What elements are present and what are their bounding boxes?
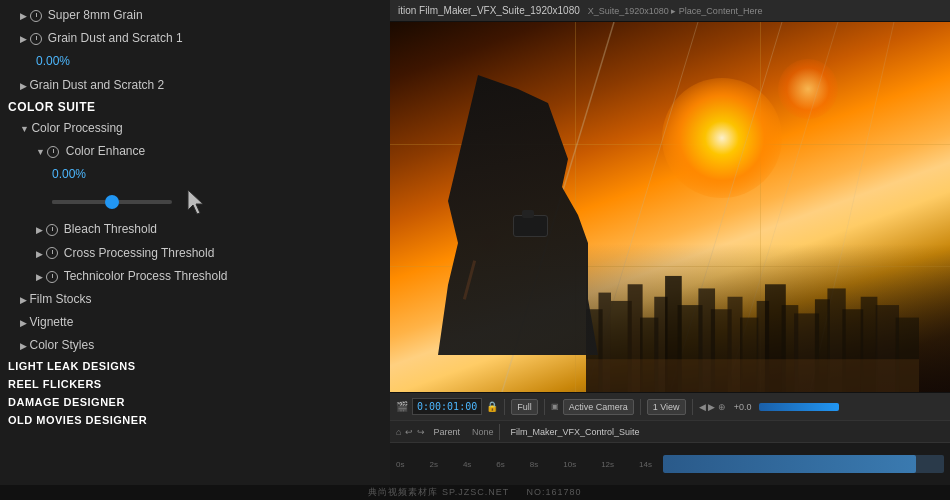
zoom-value: +0.0 <box>734 402 752 412</box>
grain-dust-1-label: Grain Dust and Scratch 1 <box>48 31 183 45</box>
sep2 <box>544 399 545 415</box>
super-8mm-label: Super 8mm Grain <box>48 8 143 22</box>
grain-value: 0.00% <box>36 54 70 68</box>
technicolor-label: Technicolor Process Threshold <box>64 269 228 283</box>
color-enhance-slider[interactable] <box>52 200 172 204</box>
preview-path: X_Suite_1920x1080 ▸ Place_Content_Here <box>588 6 763 16</box>
super-8mm-item[interactable]: Super 8mm Grain <box>0 4 390 27</box>
watermark: 典尚视频素材库 SP.JZSC.NET NO:161780 <box>0 485 950 500</box>
timer-icon-4 <box>46 224 58 236</box>
blue-progress-bar <box>759 403 839 411</box>
timer-icon-6 <box>46 271 58 283</box>
color-styles-item[interactable]: Color Styles <box>0 334 390 357</box>
timeline-area: ⌂ ↩ ↪ Parent None Film_Maker_VFX_Control… <box>390 420 950 485</box>
quality-btn[interactable]: Full <box>511 399 538 415</box>
sep4 <box>692 399 693 415</box>
grain-dust-1-item[interactable]: Grain Dust and Scratch 1 <box>0 27 390 50</box>
timer-icon-3 <box>47 146 59 158</box>
color-suite-label: COLOR SUITE <box>0 97 390 117</box>
grain-value-row: 0.00% <box>0 50 390 73</box>
photo-background <box>390 22 950 392</box>
slider-fill <box>52 200 112 204</box>
slider-thumb[interactable] <box>105 195 119 209</box>
color-enhance-label: Color Enhance <box>66 144 145 158</box>
view-count-btn[interactable]: 1 View <box>647 399 686 415</box>
cursor-icon <box>184 188 208 216</box>
timeline-content: 0s 2s 4s 6s 8s 10s 12s 14s <box>390 443 950 485</box>
damage-designer-label: DAMAGE DESIGNER <box>0 393 390 411</box>
film-stocks-label: Film Stocks <box>30 292 92 306</box>
active-camera-btn[interactable]: Active Camera <box>563 399 634 415</box>
sun-glow <box>662 78 782 198</box>
suite-label: Film_Maker_VFX_Control_Suite <box>510 427 639 437</box>
color-processing-item[interactable]: Color Processing <box>0 117 390 140</box>
cross-processing-item[interactable]: Cross Processing Threshold <box>0 242 390 265</box>
timecode: 0:00:01:00 <box>412 398 482 415</box>
timeline-toolbar: ⌂ ↩ ↪ Parent None Film_Maker_VFX_Control… <box>390 421 950 443</box>
preview-header: ition Film_Maker_VFX_Suite_1920x1080 X_S… <box>390 0 950 22</box>
bleach-threshold-item[interactable]: Bleach Threshold <box>0 218 390 241</box>
film-stocks-item[interactable]: Film Stocks <box>0 288 390 311</box>
vignette-item[interactable]: Vignette <box>0 311 390 334</box>
timer-icon <box>30 10 42 22</box>
camera-shape <box>513 215 548 237</box>
cross-processing-label: Cross Processing Threshold <box>64 246 215 260</box>
tl-sep <box>499 424 500 440</box>
light-leak-label: LIGHT LEAK DESIGNS <box>0 357 390 375</box>
technicolor-item[interactable]: Technicolor Process Threshold <box>0 265 390 288</box>
timer-icon-5 <box>46 247 58 259</box>
right-panel: ition Film_Maker_VFX_Suite_1920x1080 X_S… <box>390 0 950 485</box>
grain-dust-2-item[interactable]: Grain Dust and Scratch 2 <box>0 74 390 97</box>
timeline-track[interactable] <box>663 455 944 473</box>
color-enhance-slider-row <box>0 186 390 218</box>
svg-marker-0 <box>188 190 203 214</box>
timer-icon-2 <box>30 33 42 45</box>
preview-tab[interactable]: ition Film_Maker_VFX_Suite_1920x1080 <box>398 5 580 16</box>
sep1 <box>504 399 505 415</box>
watermark-text: 典尚视频素材库 SP.JZSC.NET <box>368 487 509 497</box>
track-segment <box>663 455 916 473</box>
city-skyline <box>586 244 950 392</box>
reel-flickers-label: REEL FLICKERS <box>0 375 390 393</box>
vignette-label: Vignette <box>30 315 74 329</box>
color-enhance-item[interactable]: Color Enhance <box>0 140 390 163</box>
color-styles-label: Color Styles <box>30 338 95 352</box>
bleach-threshold-label: Bleach Threshold <box>64 222 157 236</box>
preview-area <box>390 22 950 392</box>
old-movies-label: OLD MOVIES DESIGNER <box>0 411 390 429</box>
grain-dust-2-label: Grain Dust and Scratch 2 <box>30 78 165 92</box>
watermark-number: NO:161780 <box>527 487 582 497</box>
color-enhance-value: 0.00% <box>52 167 86 181</box>
left-panel: Super 8mm Grain Grain Dust and Scratch 1… <box>0 0 390 485</box>
sep3 <box>640 399 641 415</box>
preview-controls: 🎬 0:00:01:00 🔒 Full ▣ Active Camera 1 Vi… <box>390 392 950 420</box>
lens-flare <box>778 59 838 119</box>
color-enhance-value-row: 0.00% <box>0 163 390 186</box>
color-processing-label: Color Processing <box>31 121 122 135</box>
main-container: Super 8mm Grain Grain Dust and Scratch 1… <box>0 0 950 485</box>
